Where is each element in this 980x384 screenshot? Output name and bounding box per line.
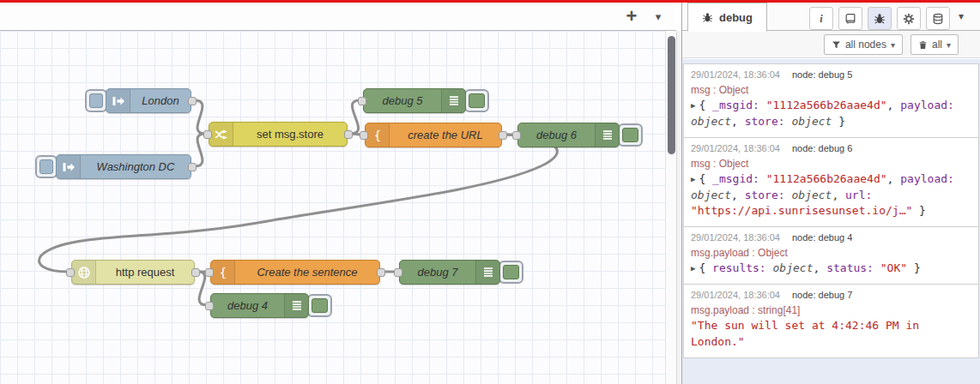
- set-msg-store-input-port[interactable]: [203, 130, 212, 139]
- message-payload-preview: ▶{ results: object, status: "OK" }: [691, 261, 968, 277]
- debug-6-input-port[interactable]: [512, 131, 521, 140]
- debug-message[interactable]: 29/01/2024, 18:36:04node: debug 4msg.pay…: [683, 226, 979, 285]
- funnel-icon: [832, 40, 841, 50]
- payload-segment: "1112a566b26aae4d": [766, 99, 887, 111]
- sidebar-button-database[interactable]: [926, 7, 950, 30]
- london-inject-button[interactable]: [85, 89, 107, 112]
- debug-7-input-port[interactable]: [394, 268, 402, 277]
- sidebar-button-book[interactable]: [838, 7, 862, 30]
- list-icon: [441, 89, 465, 112]
- bug-icon: [874, 13, 886, 25]
- node-create-the-url[interactable]: create the URL: [365, 123, 502, 147]
- node-london[interactable]: London: [106, 88, 191, 113]
- sidebar-button-bug[interactable]: [868, 7, 892, 30]
- flow-canvas[interactable]: LondonWashington DCset msg.storedebug 5c…: [0, 31, 665, 384]
- payload-segment: object: [791, 115, 832, 128]
- payload-segment: url:: [845, 189, 872, 201]
- debug-4-input-port[interactable]: [205, 302, 214, 310]
- top-red-stripe: [0, 0, 980, 3]
- payload-segment: }: [907, 261, 921, 274]
- payload-segment: _msgid:: [712, 99, 766, 111]
- debug-5-input-port[interactable]: [358, 97, 366, 105]
- button-indicator: [622, 128, 638, 142]
- tab-debug[interactable]: debug: [687, 3, 767, 32]
- payload-segment: {: [699, 172, 712, 185]
- canvas-vertical-scrollbar[interactable]: [665, 31, 676, 384]
- debug-clear-button[interactable]: all ▾: [910, 34, 959, 55]
- message-timestamp: 29/01/2024, 18:36:04: [691, 232, 780, 243]
- tab-debug-label: debug: [719, 11, 753, 24]
- sidebar-button-info[interactable]: [809, 7, 833, 30]
- debug-7-toggle-button[interactable]: [499, 261, 523, 284]
- debug-filter-button[interactable]: all nodes ▾: [824, 34, 903, 55]
- node-debug-7[interactable]: debug 7: [399, 260, 500, 285]
- set-msg-store-output-port[interactable]: [344, 130, 353, 139]
- wire-washington-dc-to-set-msg-store[interactable]: [195, 134, 205, 166]
- http-request-output-port[interactable]: [191, 268, 200, 277]
- message-payload-preview: ▶{ _msgid: "1112a566b26aae4d", payload: …: [691, 171, 968, 220]
- create-the-sentence-output-port[interactable]: [377, 268, 385, 277]
- expand-caret-icon[interactable]: ▶: [691, 175, 695, 183]
- debug-message[interactable]: 29/01/2024, 18:36:04node: debug 5msg : O…: [683, 63, 979, 138]
- curly-icon: [211, 261, 235, 284]
- add-flow-button[interactable]: +: [620, 4, 644, 28]
- canvas-scrollbar-thumb[interactable]: [668, 36, 675, 154]
- node-label: http request: [96, 261, 194, 284]
- http-request-input-port[interactable]: [66, 268, 75, 277]
- payload-segment: }: [832, 115, 845, 128]
- button-indicator: [469, 93, 485, 108]
- washington-dc-output-port[interactable]: [188, 163, 197, 171]
- button-indicator: [89, 93, 103, 108]
- create-the-url-input-port[interactable]: [360, 131, 368, 140]
- node-debug-5[interactable]: debug 5: [363, 88, 466, 113]
- debug-message[interactable]: 29/01/2024, 18:36:04node: debug 7msg.pay…: [683, 284, 979, 358]
- button-indicator: [312, 298, 328, 313]
- globe-icon: [72, 261, 96, 284]
- create-the-sentence-input-port[interactable]: [205, 268, 214, 277]
- debug-6-toggle-button[interactable]: [618, 123, 643, 147]
- sidebar-tabs-menu-chevron-icon[interactable]: ▾: [959, 10, 964, 22]
- wire-layer: [0, 31, 665, 384]
- sidebar-button-gear[interactable]: [897, 7, 921, 30]
- sidebar-tool-buttons: [809, 7, 950, 30]
- info-icon: [815, 13, 827, 25]
- payload-segment: object: [791, 189, 832, 201]
- node-debug-4[interactable]: debug 4: [210, 293, 309, 318]
- create-the-url-output-port[interactable]: [499, 131, 507, 140]
- wire-http-request-to-debug-4[interactable]: [198, 272, 207, 305]
- message-timestamp: 29/01/2024, 18:36:04: [691, 143, 780, 153]
- wire-set-msg-store-to-debug-5[interactable]: [351, 100, 360, 134]
- debug-5-toggle-button[interactable]: [464, 89, 489, 112]
- node-set-msg-store[interactable]: set msg.store: [209, 122, 348, 147]
- wire-london-to-set-msg-store[interactable]: [195, 100, 205, 134]
- debug-message-list[interactable]: 29/01/2024, 18:36:04node: debug 5msg : O…: [682, 59, 980, 384]
- debug-filter-label: all nodes: [845, 39, 886, 51]
- debug-message[interactable]: 29/01/2024, 18:36:04node: debug 6msg : O…: [683, 137, 979, 228]
- payload-segment: payload:: [900, 172, 954, 185]
- list-icon: [284, 294, 308, 317]
- debug-toolbar: all nodes ▾ all ▾: [682, 31, 980, 58]
- database-icon: [932, 13, 944, 25]
- bug-icon: [702, 12, 713, 23]
- debug-4-toggle-button[interactable]: [307, 294, 332, 317]
- expand-caret-icon[interactable]: ▶: [691, 101, 695, 110]
- london-output-port[interactable]: [188, 97, 197, 105]
- node-washington-dc[interactable]: Washington DC: [56, 154, 191, 179]
- message-node-name: node: debug 5: [792, 69, 852, 80]
- node-label: debug 5: [364, 89, 441, 112]
- node-label: Create the sentence: [235, 261, 379, 284]
- node-red-app: + ▾ LondonWashington DCset msg.storedebu…: [0, 0, 980, 384]
- payload-segment: payload:: [900, 99, 954, 111]
- payload-segment: _msgid:: [712, 172, 766, 185]
- expand-caret-icon[interactable]: ▶: [691, 264, 695, 273]
- flow-tabs-menu-chevron-icon[interactable]: ▾: [649, 6, 668, 27]
- payload-segment: status:: [826, 261, 880, 274]
- node-create-the-sentence[interactable]: Create the sentence: [210, 260, 380, 285]
- payload-segment: }: [912, 204, 926, 217]
- button-indicator: [39, 159, 53, 174]
- node-debug-6[interactable]: debug 6: [517, 123, 620, 147]
- payload-segment: object: [691, 189, 731, 201]
- flow-tabs-bar: + ▾: [0, 3, 676, 31]
- node-http-request[interactable]: http request: [71, 260, 195, 285]
- washington-dc-inject-button[interactable]: [35, 155, 57, 178]
